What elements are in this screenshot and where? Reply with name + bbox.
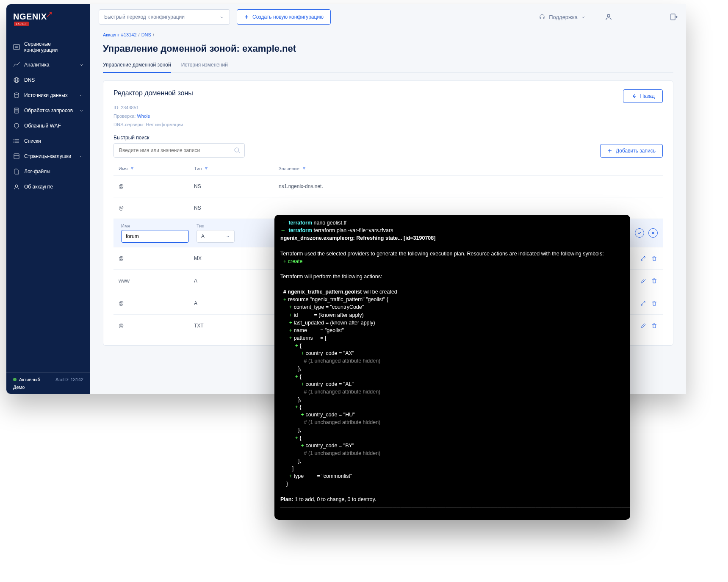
tab-zone-management[interactable]: Управление доменной зоной xyxy=(103,62,171,73)
col-name-header[interactable]: Имя xyxy=(119,166,127,171)
tabs: Управление доменной зоной История измене… xyxy=(103,62,673,73)
globe-icon xyxy=(13,77,20,83)
status-label: Активный xyxy=(19,377,40,382)
sidebar-item-processing[interactable]: Обработка запросов xyxy=(6,103,90,118)
svg-point-23 xyxy=(235,148,239,152)
svg-point-21 xyxy=(607,14,610,17)
logout-icon[interactable] xyxy=(670,13,678,21)
user-icon xyxy=(13,183,20,190)
sidebar-item-account[interactable]: Об аккаунте xyxy=(6,179,90,194)
add-record-button[interactable]: Добавить запись xyxy=(600,144,663,158)
sidebar-item-label: Сервисные конфигурации xyxy=(24,41,83,53)
svg-point-13 xyxy=(14,139,14,140)
panel-meta: ID: 2343851 Проверка: Whois DNS-серверы:… xyxy=(113,104,193,129)
page-title: Управление доменной зоной: example.net xyxy=(103,43,673,54)
breadcrumb-account[interactable]: Аккаунт #13142 xyxy=(103,32,137,37)
sidebar-item-label: DNS xyxy=(24,77,83,83)
logo-text: NGENIX xyxy=(13,12,47,22)
status-dot-icon xyxy=(13,378,17,381)
plus-icon xyxy=(244,14,249,19)
doc-icon xyxy=(13,107,20,114)
table-row: @NSns1.ngenix-dns.net. xyxy=(113,175,663,197)
chevron-down-icon xyxy=(79,108,83,113)
svg-point-6 xyxy=(14,93,19,94)
sort-icon[interactable] xyxy=(204,166,208,170)
edit-icon[interactable] xyxy=(640,322,647,329)
nav: Сервисные конфигурации Аналитика DNS Ист… xyxy=(6,35,90,372)
svg-rect-7 xyxy=(14,108,19,113)
sidebar-item-stub-pages[interactable]: Страницы-заглушки xyxy=(6,149,90,164)
sidebar: NGENIX 15 ЛЕТ Сервисные конфигурации Ана… xyxy=(6,4,90,394)
search-input[interactable] xyxy=(113,143,245,158)
zone-id: 2343851 xyxy=(121,105,139,110)
col-type-header[interactable]: Тип xyxy=(194,166,202,171)
chevron-down-icon xyxy=(79,63,83,67)
breadcrumb-dns[interactable]: DNS xyxy=(141,32,151,37)
svg-point-15 xyxy=(14,142,14,143)
sidebar-item-data-sources[interactable]: Источники данных xyxy=(6,88,90,103)
sidebar-item-label: Лог-файлы xyxy=(24,169,83,175)
sort-icon[interactable] xyxy=(302,166,306,170)
page-icon xyxy=(13,153,20,160)
account-id: AccID: 13142 xyxy=(55,377,83,382)
chart-icon xyxy=(13,61,20,68)
svg-rect-22 xyxy=(671,14,675,20)
svg-rect-16 xyxy=(14,154,19,159)
whois-link[interactable]: Whois xyxy=(137,114,150,119)
sidebar-footer: АктивныйAccID: 13142 Демо xyxy=(6,372,90,394)
sort-icon[interactable] xyxy=(130,166,134,170)
terminal-window: → terraform nano geolist.tf → terraform … xyxy=(274,215,630,520)
trash-icon[interactable] xyxy=(651,255,658,262)
chevron-down-icon xyxy=(226,234,230,238)
record-type-select[interactable]: A xyxy=(197,230,235,243)
chevron-down-icon xyxy=(581,15,585,19)
edit-icon[interactable] xyxy=(640,255,647,262)
database-icon xyxy=(13,92,20,99)
sidebar-item-analytics[interactable]: Аналитика xyxy=(6,57,90,72)
config-select-placeholder: Быстрый переход к конфигурации xyxy=(104,14,219,20)
record-name-input[interactable] xyxy=(121,230,189,243)
chevron-down-icon xyxy=(79,154,83,158)
sidebar-item-logs[interactable]: Лог-файлы xyxy=(6,164,90,179)
sidebar-item-label: Аналитика xyxy=(24,62,79,68)
panel-title: Редактор доменной зоны xyxy=(113,89,193,97)
cancel-button[interactable] xyxy=(648,228,658,238)
edit-icon[interactable] xyxy=(640,277,647,284)
shield-icon xyxy=(13,122,20,129)
support-label: Поддержка xyxy=(549,14,578,20)
dns-servers-value: Нет информации xyxy=(146,122,183,127)
sidebar-item-waf[interactable]: Облачный WAF xyxy=(6,118,90,133)
sidebar-item-lists[interactable]: Списки xyxy=(6,133,90,149)
demo-label: Демо xyxy=(13,385,83,390)
logo-badge: 15 ЛЕТ xyxy=(14,22,29,26)
edit-icon[interactable] xyxy=(640,300,647,307)
chevron-down-icon xyxy=(79,93,83,97)
confirm-button[interactable] xyxy=(635,228,644,238)
support-dropdown[interactable]: Поддержка xyxy=(539,14,585,20)
list-icon xyxy=(13,44,20,50)
breadcrumb: Аккаунт #13142/DNS/ xyxy=(103,32,673,37)
tab-history[interactable]: История изменений xyxy=(181,62,228,72)
file-icon xyxy=(13,168,20,175)
trash-icon[interactable] xyxy=(651,300,658,307)
config-select[interactable]: Быстрый переход к конфигурации xyxy=(99,9,230,25)
sidebar-item-label: Страницы-заглушки xyxy=(24,153,79,159)
trash-icon[interactable] xyxy=(651,277,658,284)
create-config-button[interactable]: Создать новую конфигурацию xyxy=(237,9,331,25)
svg-point-18 xyxy=(15,185,18,187)
profile-icon[interactable] xyxy=(605,13,612,21)
trash-icon[interactable] xyxy=(651,322,658,329)
sidebar-item-label: Списки xyxy=(24,138,83,144)
col-value-header[interactable]: Значение xyxy=(279,166,299,171)
back-button[interactable]: Назад xyxy=(623,89,663,103)
headset-icon xyxy=(539,14,545,20)
sidebar-item-service-configs[interactable]: Сервисные конфигурации xyxy=(6,37,90,57)
list2-icon xyxy=(13,138,20,144)
search-icon xyxy=(234,147,241,154)
arrow-left-icon xyxy=(631,93,637,99)
close-icon xyxy=(650,230,656,236)
page-domain: example.net xyxy=(242,43,296,54)
sidebar-item-dns[interactable]: DNS xyxy=(6,72,90,88)
sidebar-item-label: Источники данных xyxy=(24,92,79,98)
svg-rect-0 xyxy=(14,44,19,50)
